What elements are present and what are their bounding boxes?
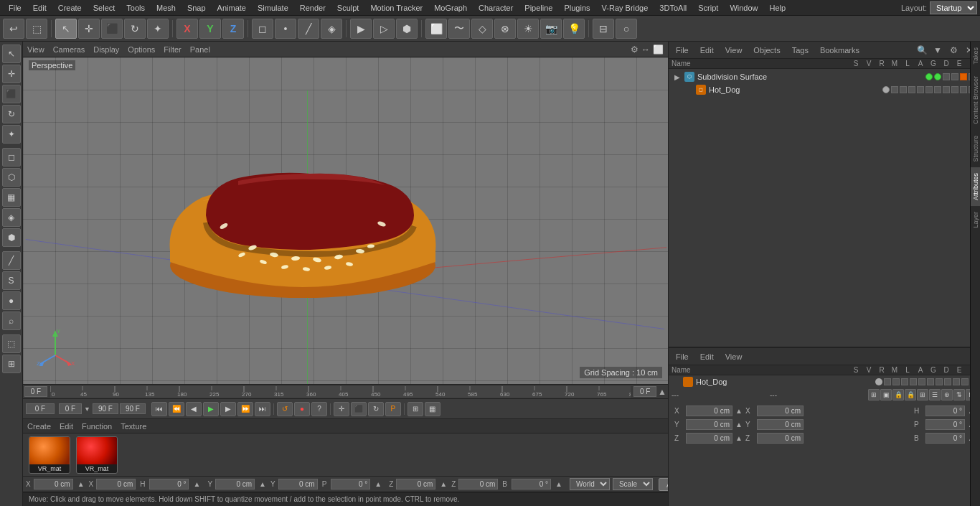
scale-dropdown[interactable]: Scale: [613, 478, 653, 490]
select-btn[interactable]: ↖: [55, 19, 77, 39]
camera-btn[interactable]: 📷: [540, 19, 562, 39]
material-swatch-2[interactable]: VR_mat: [76, 436, 118, 474]
attr-y2-pos[interactable]: [757, 419, 804, 430]
vtab-takes[interactable]: Takes: [971, 42, 980, 70]
attr-tag-9[interactable]: [953, 378, 960, 385]
left-tool-5[interactable]: ✦: [2, 125, 21, 144]
vtab-content-browser[interactable]: Content Browser: [971, 70, 980, 130]
transport-current-start[interactable]: [59, 403, 82, 414]
menu-sculpt[interactable]: Sculpt: [331, 2, 365, 14]
edges-mode-btn[interactable]: ╱: [298, 19, 319, 39]
obj-expand-1[interactable]: ▶: [673, 72, 682, 81]
mat-tab-create[interactable]: Create: [27, 422, 51, 431]
transport-render-hud[interactable]: ▦: [425, 402, 440, 416]
transform-btn[interactable]: ✦: [147, 19, 169, 39]
vp-tab-options[interactable]: Options: [128, 45, 155, 54]
vp-tab-filter[interactable]: Filter: [164, 45, 181, 54]
obj-menu-bookmarks[interactable]: Bookmarks: [817, 46, 862, 55]
attr-menu-file[interactable]: File: [673, 352, 692, 361]
transport-to-start[interactable]: ⏮: [151, 402, 167, 416]
left-tool-9[interactable]: ⌕: [2, 311, 21, 330]
transport-play[interactable]: ▶: [203, 402, 219, 416]
transport-next-key[interactable]: ⏩: [237, 402, 253, 416]
scene-btn[interactable]: ☀: [517, 19, 539, 39]
spline-btn[interactable]: 〜: [448, 19, 470, 39]
env-btn[interactable]: ○: [616, 19, 637, 39]
coord-x-input[interactable]: [34, 479, 73, 489]
transport-end-frame[interactable]: [93, 403, 118, 414]
menu-mesh[interactable]: Mesh: [151, 2, 182, 14]
transport-param[interactable]: P: [385, 402, 401, 416]
render-to-po-btn[interactable]: ⬢: [396, 19, 418, 39]
menu-motion-tracker[interactable]: Motion Tracker: [364, 2, 428, 14]
points-mode-btn[interactable]: •: [275, 19, 296, 39]
left-tool-mode3[interactable]: ▦: [2, 188, 21, 207]
obj-vis-dot[interactable]: [882, 86, 890, 93]
attr-x2-pos[interactable]: [757, 406, 804, 416]
x-axis-btn[interactable]: X: [176, 19, 198, 39]
left-tool-mode5[interactable]: ⬢: [2, 228, 21, 247]
timeline-track[interactable]: 0 45 90 135 180 225 270 315 360: [50, 386, 631, 398]
light-btn[interactable]: 💡: [563, 19, 585, 39]
poly-mode-btn[interactable]: ◈: [321, 19, 342, 39]
render-btn[interactable]: ▷: [373, 19, 395, 39]
coord-b-input[interactable]: [512, 479, 551, 489]
menu-tools[interactable]: Tools: [121, 2, 151, 14]
menu-help[interactable]: Help: [764, 2, 792, 14]
left-tool-10[interactable]: ⬚: [2, 334, 21, 353]
attr-x-pos[interactable]: [686, 406, 732, 416]
left-tool-mode1[interactable]: ◻: [2, 148, 21, 167]
mat-tab-edit[interactable]: Edit: [60, 422, 73, 431]
menu-script[interactable]: Script: [692, 2, 724, 14]
transport-start-frame[interactable]: [26, 403, 55, 414]
attr-menu-edit[interactable]: Edit: [697, 352, 717, 361]
attr-menu-view[interactable]: View: [722, 352, 745, 361]
obj-menu-file[interactable]: File: [673, 46, 692, 55]
obj-check-2[interactable]: [934, 73, 941, 80]
attr-b-val[interactable]: [925, 433, 965, 444]
menu-select[interactable]: Select: [88, 2, 121, 14]
coord-h-input[interactable]: [149, 479, 189, 489]
obj-check-1[interactable]: [925, 73, 933, 80]
attr-tag-5[interactable]: [918, 378, 925, 385]
left-tool-1[interactable]: ↖: [2, 44, 21, 63]
attr-icon-btn-6[interactable]: ☰: [929, 389, 941, 400]
vp-tab-panel[interactable]: Panel: [190, 45, 210, 54]
left-tool-8[interactable]: ●: [2, 291, 21, 310]
menu-render[interactable]: Render: [294, 2, 331, 14]
attr-icon-btn-8[interactable]: ⇅: [953, 389, 965, 400]
left-tool-3[interactable]: ⬛: [2, 85, 21, 103]
menu-window[interactable]: Window: [724, 2, 763, 14]
attr-h-val[interactable]: [925, 406, 965, 416]
obj-tag-6[interactable]: [908, 86, 915, 93]
vp-tab-cameras[interactable]: Cameras: [53, 45, 85, 54]
left-tool-2[interactable]: ✛: [2, 65, 21, 83]
obj-row-subdivision[interactable]: ▶ ⬡ Subdivision Surface: [670, 70, 979, 83]
mat-tab-function[interactable]: Function: [82, 422, 112, 431]
attr-tag-8[interactable]: [944, 378, 951, 385]
attr-icon-btn-5[interactable]: ⊞: [917, 389, 928, 400]
vp-icon-3[interactable]: ⬜: [653, 44, 664, 55]
coord-p-input[interactable]: [331, 479, 370, 489]
z-axis-btn[interactable]: Z: [222, 19, 244, 39]
vp-tab-display[interactable]: Display: [93, 45, 119, 54]
transport-snap-move[interactable]: ✛: [334, 402, 349, 416]
mat-tab-texture[interactable]: Texture: [121, 422, 146, 431]
attr-z-pos[interactable]: [686, 433, 732, 444]
obj-tag-4[interactable]: [891, 86, 898, 93]
cube-btn[interactable]: ⬜: [425, 19, 447, 39]
obj-tag-5[interactable]: [900, 86, 907, 93]
obj-row-hotdog[interactable]: ◻ Hot_Dog: [670, 83, 979, 96]
menu-mograph[interactable]: MoGraph: [428, 2, 473, 14]
settings-icon[interactable]: ⚙: [947, 44, 960, 57]
layout-select[interactable]: Startup: [930, 1, 977, 14]
attr-p-val[interactable]: [925, 419, 965, 430]
viewport-3d[interactable]: Perspective: [23, 57, 668, 384]
attr-obj-row[interactable]: Hot_Dog: [669, 375, 980, 388]
render-preview-btn[interactable]: ▶: [350, 19, 372, 39]
menu-edit[interactable]: Edit: [27, 2, 52, 14]
attr-icon-btn-2[interactable]: ▣: [880, 389, 892, 400]
menu-file[interactable]: File: [3, 2, 27, 14]
left-tool-6[interactable]: ╱: [2, 251, 21, 270]
obj-lock-tag[interactable]: [917, 86, 924, 93]
